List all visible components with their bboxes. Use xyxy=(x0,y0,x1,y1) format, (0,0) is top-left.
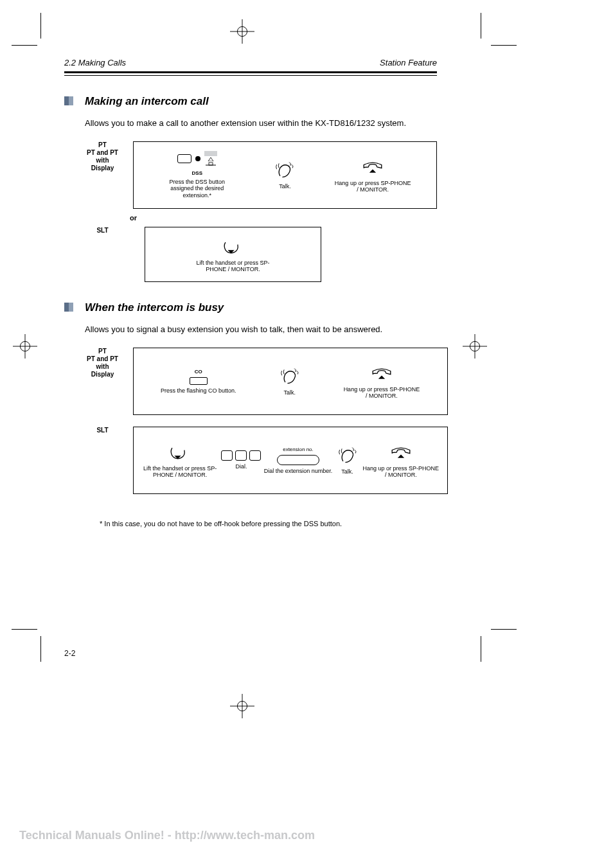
svg-marker-21 xyxy=(378,375,385,378)
phone-type-label: PT xyxy=(85,141,120,149)
section-intro-text: Allows you to signal a busy extension yo… xyxy=(85,323,448,336)
handset-down-icon xyxy=(389,442,413,463)
square-bullet-icon xyxy=(64,96,73,105)
page-content: 2.2 Making Calls Station Feature Making … xyxy=(64,58,437,527)
step-box: Lift the handset or press SP-PHONE / MON… xyxy=(133,427,448,494)
svg-rect-20 xyxy=(64,303,69,312)
led-dot-icon xyxy=(195,156,200,161)
phone-type-label: PT xyxy=(85,348,120,355)
step-hangup: Hang up or press SP-PHONE / MONITOR. xyxy=(362,442,440,479)
step-box: CO Press the flashing CO button. Talk. xyxy=(133,348,448,415)
page-number: 2-2 xyxy=(64,649,75,658)
step-talk: Talk. xyxy=(278,366,302,396)
registration-mark-right xyxy=(463,334,487,359)
chapter-right: Station Feature xyxy=(380,58,437,67)
handset-up-icon xyxy=(221,236,245,257)
step-row-slt: SLT Lift the handset or press SP-PHONE /… xyxy=(85,427,448,494)
step-caption: Lift the handset or press SP-PHONE / MON… xyxy=(141,465,218,479)
divider-thin xyxy=(64,75,437,76)
footnote: * In this case, you do not have to be of… xyxy=(100,520,437,527)
step-caption: Dial. xyxy=(235,463,247,470)
step-caption: Press the flashing CO button. xyxy=(161,387,236,394)
chapter-header: 2.2 Making Calls Station Feature xyxy=(64,58,437,67)
handset-ring-icon xyxy=(272,160,297,181)
registration-mark-top xyxy=(230,19,254,44)
registration-mark-bottom xyxy=(230,694,254,718)
step-box: DSS Press the DSS button assigned the de… xyxy=(133,141,437,209)
section-title: When the intercom is busy xyxy=(85,301,448,314)
handset-ring-icon xyxy=(278,366,302,387)
step-caption: Hang up or press SP-PHONE / MONITOR. xyxy=(343,386,420,400)
step-caption: Lift the handset or press SP-PHONE / MON… xyxy=(195,260,272,273)
step-offhook: Lift the handset or press SP-PHONE / MON… xyxy=(195,236,272,273)
dial-keys-icon xyxy=(221,450,261,461)
step-dss-button: DSS Press the DSS button assigned the de… xyxy=(159,151,236,199)
extension-field-icon xyxy=(277,455,319,465)
phone-type-label: SLT xyxy=(85,227,120,235)
step-caption: Hang up or press SP-PHONE / MONITOR. xyxy=(334,180,411,193)
handset-ring-icon xyxy=(335,445,360,466)
step-dial: Dial. xyxy=(221,450,261,470)
step-caption: Talk. xyxy=(284,389,296,396)
svg-rect-13 xyxy=(64,96,69,105)
step-caption: Talk. xyxy=(341,468,353,475)
step-row-pt: PT PT and PT with Display xyxy=(85,141,437,209)
step-talk: Talk. xyxy=(335,445,360,475)
step-caption: Hang up or press SP-PHONE / MONITOR. xyxy=(362,465,440,479)
svg-marker-17 xyxy=(369,169,376,172)
phone-type-label: PT and PT with Display xyxy=(85,149,120,172)
section-intro-text: Allows you to make a call to another ext… xyxy=(85,117,437,130)
or-separator: or xyxy=(130,214,437,222)
phone-type-label: PT and PT with Display xyxy=(85,355,120,378)
section-intercom-busy: When the intercom is busy Allows you to … xyxy=(64,301,437,494)
co-label: CO xyxy=(195,369,202,375)
footer-text: Technical Manuals Online! - http://www.t… xyxy=(19,829,315,842)
section-title: Making an intercom call xyxy=(85,95,437,108)
step-co-button: CO Press the flashing CO button. xyxy=(161,369,236,394)
step-offhook: Lift the handset or press SP-PHONE / MON… xyxy=(141,442,218,479)
step-caption: Press the DSS button assigned the desire… xyxy=(159,179,236,199)
co-key-icon xyxy=(190,377,208,385)
step-row-slt: SLT Lift the handset or press SP-PHONE /… xyxy=(85,227,437,283)
square-bullet-icon xyxy=(64,303,73,312)
divider-thick xyxy=(64,71,437,73)
svg-rect-15 xyxy=(209,163,213,165)
phone-type-label: SLT xyxy=(85,427,120,434)
handset-up-icon xyxy=(168,442,192,463)
svg-marker-23 xyxy=(398,454,404,457)
step-extension-no: extension no. Dial the extension number. xyxy=(264,447,333,474)
step-hangup: Hang up or press SP-PHONE / MONITOR. xyxy=(334,157,411,193)
dss-key-icon xyxy=(177,154,191,163)
handset-down-icon xyxy=(369,363,394,384)
key-label-icon xyxy=(204,151,217,166)
section-intercom-call: Making an intercom call Allows you to ma… xyxy=(64,95,437,282)
step-box-single: Lift the handset or press SP-PHONE / MON… xyxy=(145,227,321,283)
dss-label: DSS xyxy=(192,170,202,176)
step-hangup: Hang up or press SP-PHONE / MONITOR. xyxy=(343,363,420,400)
step-caption: Talk. xyxy=(279,183,291,190)
ext-label: extension no. xyxy=(283,447,314,452)
registration-mark-left xyxy=(13,334,37,359)
step-row-pt: PT PT and PT with Display CO Press the f… xyxy=(85,348,448,415)
step-talk: Talk. xyxy=(272,160,297,190)
step-caption: Dial the extension number. xyxy=(264,468,333,474)
handset-down-icon xyxy=(360,157,385,177)
chapter-left: 2.2 Making Calls xyxy=(64,58,126,67)
